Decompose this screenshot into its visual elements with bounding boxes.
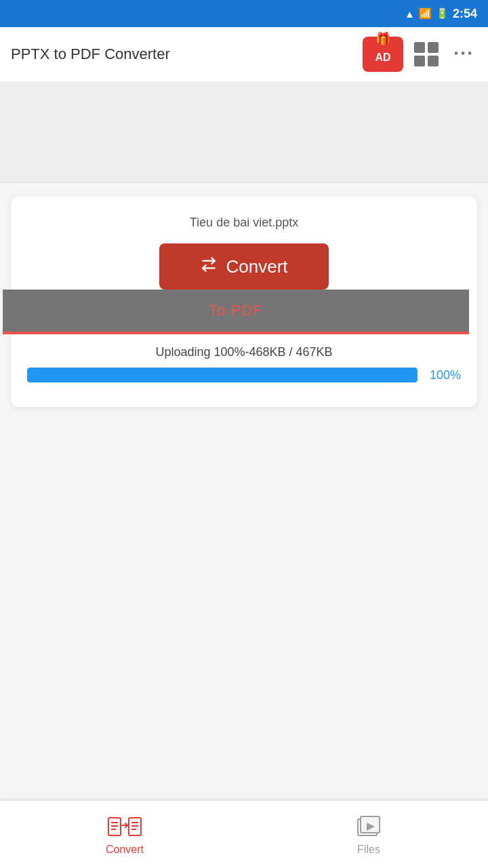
ad-label: AD [375,52,390,64]
progress-container: 100% [27,368,461,382]
nav-item-files[interactable]: Files [333,808,404,861]
files-nav-icon [355,814,382,840]
to-pdf-bar: To PDF [3,290,469,332]
grid-cell-3 [414,56,425,66]
grid-cell-2 [428,42,439,53]
nav-convert-label: Convert [106,844,144,856]
status-time: 2:54 [453,7,477,21]
more-menu-icon[interactable]: ⋮ [449,41,477,67]
grid-icon[interactable] [411,39,441,69]
ad-banner [0,81,488,183]
status-bar: ▲ 📶 🔋 2:54 [0,0,488,27]
upload-status: Uploading 100%-468KB / 467KB [27,334,461,368]
file-name: Tieu de bai viet.pptx [190,216,298,230]
ad-button[interactable]: 🎁 AD [363,37,403,72]
grid-cell-4 [428,56,439,66]
convert-nav-icon [107,814,142,840]
progress-bar-background [27,368,418,382]
bottom-nav: Convert Files [0,800,488,868]
app-bar: PPTX to PDF Converter 🎁 AD ⋮ [0,27,488,81]
gift-icon: 🎁 [375,31,390,46]
main-content: Tieu de bai viet.pptx Convert To PDF Upl… [0,183,488,800]
battery-icon: 🔋 [436,7,449,20]
app-title: PPTX to PDF Converter [11,45,354,63]
to-pdf-label: To PDF [209,302,262,319]
status-icons: ▲ 📶 🔋 2:54 [405,7,477,21]
convert-button-label: Convert [226,256,287,277]
progress-percent-label: 100% [426,368,461,382]
convert-shuffle-icon [200,256,218,277]
progress-bar-fill [27,368,418,382]
wifi-icon: ▲ [405,8,415,20]
nav-files-label: Files [357,844,380,856]
converter-card: Tieu de bai viet.pptx Convert To PDF Upl… [11,197,477,407]
nav-item-convert[interactable]: Convert [84,808,165,861]
convert-button[interactable]: Convert [159,243,328,290]
signal-icon: 📶 [419,7,432,20]
grid-cell-1 [414,42,425,53]
